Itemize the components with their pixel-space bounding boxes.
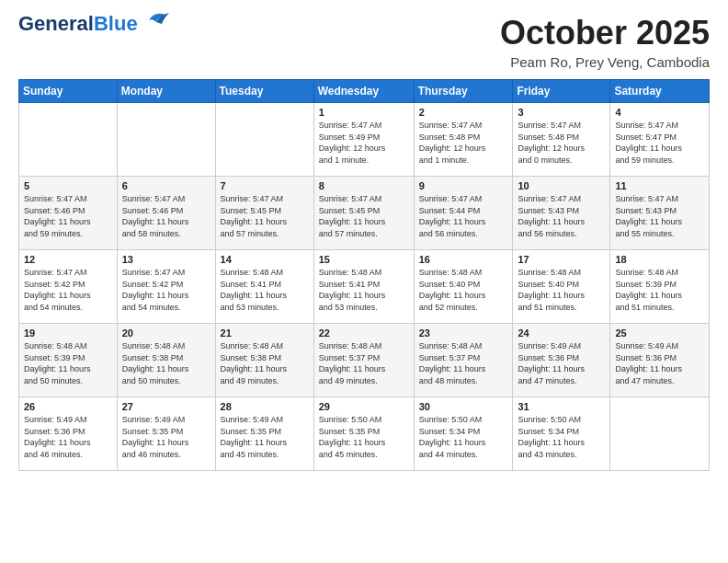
day-number: 23 [419, 327, 508, 339]
day-number: 27 [122, 401, 210, 412]
calendar-week-row: 19Sunrise: 5:48 AM Sunset: 5:39 PM Dayli… [19, 324, 710, 397]
day-number: 14 [221, 254, 309, 265]
day-info: Sunrise: 5:48 AM Sunset: 5:39 PM Dayligh… [24, 340, 112, 386]
day-info: Sunrise: 5:48 AM Sunset: 5:38 PM Dayligh… [122, 340, 210, 386]
weekday-header: Saturday [610, 80, 710, 103]
day-info: Sunrise: 5:50 AM Sunset: 5:35 PM Dayligh… [319, 414, 409, 460]
calendar-cell: 21Sunrise: 5:48 AM Sunset: 5:38 PM Dayli… [215, 324, 313, 397]
calendar-week-row: 12Sunrise: 5:47 AM Sunset: 5:42 PM Dayli… [19, 250, 710, 324]
day-number: 19 [24, 327, 112, 339]
header: GeneralBlue October 2025 Peam Ro, Prey V… [18, 14, 710, 70]
day-number: 6 [122, 180, 210, 191]
day-info: Sunrise: 5:48 AM Sunset: 5:37 PM Dayligh… [419, 340, 508, 386]
weekday-header: Friday [513, 80, 610, 103]
calendar-header-row: SundayMondayTuesdayWednesdayThursdayFrid… [19, 80, 710, 103]
calendar-cell: 8Sunrise: 5:47 AM Sunset: 5:45 PM Daylig… [313, 177, 414, 250]
weekday-header: Monday [117, 80, 215, 103]
day-number: 31 [518, 401, 605, 412]
day-number: 26 [24, 401, 112, 412]
page: GeneralBlue October 2025 Peam Ro, Prey V… [0, 0, 728, 563]
day-number: 28 [221, 401, 309, 412]
calendar-table: SundayMondayTuesdayWednesdayThursdayFrid… [18, 79, 710, 471]
calendar-cell: 10Sunrise: 5:47 AM Sunset: 5:43 PM Dayli… [513, 177, 610, 250]
calendar-cell: 22Sunrise: 5:48 AM Sunset: 5:37 PM Dayli… [313, 324, 414, 397]
weekday-header: Thursday [414, 80, 513, 103]
day-number: 29 [319, 401, 409, 412]
day-info: Sunrise: 5:49 AM Sunset: 5:36 PM Dayligh… [615, 340, 704, 386]
day-info: Sunrise: 5:47 AM Sunset: 5:44 PM Dayligh… [419, 193, 508, 239]
weekday-header: Tuesday [215, 80, 313, 103]
calendar-cell: 31Sunrise: 5:50 AM Sunset: 5:34 PM Dayli… [513, 397, 610, 471]
calendar-cell: 18Sunrise: 5:48 AM Sunset: 5:39 PM Dayli… [610, 250, 710, 324]
day-number: 8 [319, 180, 409, 191]
day-info: Sunrise: 5:48 AM Sunset: 5:40 PM Dayligh… [419, 267, 508, 313]
calendar-cell: 7Sunrise: 5:47 AM Sunset: 5:45 PM Daylig… [215, 177, 313, 250]
calendar-cell: 14Sunrise: 5:48 AM Sunset: 5:41 PM Dayli… [215, 250, 313, 324]
calendar-cell: 19Sunrise: 5:48 AM Sunset: 5:39 PM Dayli… [19, 324, 118, 397]
calendar-cell: 16Sunrise: 5:48 AM Sunset: 5:40 PM Dayli… [414, 250, 513, 324]
day-info: Sunrise: 5:49 AM Sunset: 5:35 PM Dayligh… [221, 414, 309, 460]
calendar-cell: 25Sunrise: 5:49 AM Sunset: 5:36 PM Dayli… [610, 324, 710, 397]
day-info: Sunrise: 5:47 AM Sunset: 5:42 PM Dayligh… [122, 267, 210, 313]
day-number: 3 [518, 107, 605, 118]
logo-bird-icon [140, 9, 169, 29]
logo: GeneralBlue [18, 14, 169, 34]
day-number: 2 [419, 107, 508, 118]
calendar-cell: 3Sunrise: 5:47 AM Sunset: 5:48 PM Daylig… [513, 103, 610, 177]
logo-text: GeneralBlue [18, 14, 138, 34]
calendar-cell: 26Sunrise: 5:49 AM Sunset: 5:36 PM Dayli… [19, 397, 118, 471]
calendar-cell: 2Sunrise: 5:47 AM Sunset: 5:48 PM Daylig… [414, 103, 513, 177]
calendar-cell: 17Sunrise: 5:48 AM Sunset: 5:40 PM Dayli… [513, 250, 610, 324]
day-info: Sunrise: 5:47 AM Sunset: 5:47 PM Dayligh… [615, 120, 704, 166]
calendar-cell: 28Sunrise: 5:49 AM Sunset: 5:35 PM Dayli… [215, 397, 313, 471]
calendar-cell: 5Sunrise: 5:47 AM Sunset: 5:46 PM Daylig… [19, 177, 118, 250]
calendar-cell: 24Sunrise: 5:49 AM Sunset: 5:36 PM Dayli… [513, 324, 610, 397]
day-number: 7 [221, 180, 309, 191]
calendar-week-row: 5Sunrise: 5:47 AM Sunset: 5:46 PM Daylig… [19, 177, 710, 250]
day-info: Sunrise: 5:47 AM Sunset: 5:46 PM Dayligh… [122, 193, 210, 239]
calendar-cell: 12Sunrise: 5:47 AM Sunset: 5:42 PM Dayli… [19, 250, 118, 324]
calendar-cell: 29Sunrise: 5:50 AM Sunset: 5:35 PM Dayli… [313, 397, 414, 471]
day-number: 4 [615, 107, 704, 118]
location-subtitle: Peam Ro, Prey Veng, Cambodia [500, 54, 710, 70]
day-number: 12 [24, 254, 112, 265]
day-number: 15 [319, 254, 409, 265]
calendar-week-row: 1Sunrise: 5:47 AM Sunset: 5:49 PM Daylig… [19, 103, 710, 177]
day-number: 13 [122, 254, 210, 265]
calendar-cell: 20Sunrise: 5:48 AM Sunset: 5:38 PM Dayli… [117, 324, 215, 397]
title-block: October 2025 Peam Ro, Prey Veng, Cambodi… [500, 14, 710, 70]
calendar-week-row: 26Sunrise: 5:49 AM Sunset: 5:36 PM Dayli… [19, 397, 710, 471]
day-info: Sunrise: 5:48 AM Sunset: 5:41 PM Dayligh… [221, 267, 309, 313]
day-number: 22 [319, 327, 409, 339]
day-info: Sunrise: 5:47 AM Sunset: 5:45 PM Dayligh… [319, 193, 409, 239]
day-info: Sunrise: 5:47 AM Sunset: 5:48 PM Dayligh… [518, 120, 605, 166]
calendar-cell [215, 103, 313, 177]
day-info: Sunrise: 5:49 AM Sunset: 5:36 PM Dayligh… [518, 340, 605, 386]
calendar-cell: 23Sunrise: 5:48 AM Sunset: 5:37 PM Dayli… [414, 324, 513, 397]
calendar-cell [610, 397, 710, 471]
day-info: Sunrise: 5:48 AM Sunset: 5:37 PM Dayligh… [319, 340, 409, 386]
day-number: 1 [319, 107, 409, 118]
day-info: Sunrise: 5:47 AM Sunset: 5:48 PM Dayligh… [419, 120, 508, 166]
day-number: 10 [518, 180, 605, 191]
calendar-cell: 15Sunrise: 5:48 AM Sunset: 5:41 PM Dayli… [313, 250, 414, 324]
day-info: Sunrise: 5:50 AM Sunset: 5:34 PM Dayligh… [518, 414, 605, 460]
logo-general: General [18, 12, 94, 35]
calendar-cell: 9Sunrise: 5:47 AM Sunset: 5:44 PM Daylig… [414, 177, 513, 250]
weekday-header: Sunday [19, 80, 118, 103]
day-info: Sunrise: 5:48 AM Sunset: 5:40 PM Dayligh… [518, 267, 605, 313]
day-info: Sunrise: 5:49 AM Sunset: 5:35 PM Dayligh… [122, 414, 210, 460]
day-number: 17 [518, 254, 605, 265]
day-number: 20 [122, 327, 210, 339]
day-number: 21 [221, 327, 309, 339]
day-info: Sunrise: 5:47 AM Sunset: 5:43 PM Dayligh… [518, 193, 605, 239]
day-info: Sunrise: 5:47 AM Sunset: 5:46 PM Dayligh… [24, 193, 112, 239]
day-info: Sunrise: 5:47 AM Sunset: 5:43 PM Dayligh… [615, 193, 704, 239]
month-title: October 2025 [500, 14, 710, 52]
day-number: 16 [419, 254, 508, 265]
calendar-cell [117, 103, 215, 177]
calendar-cell: 1Sunrise: 5:47 AM Sunset: 5:49 PM Daylig… [313, 103, 414, 177]
day-number: 18 [615, 254, 704, 265]
day-info: Sunrise: 5:47 AM Sunset: 5:42 PM Dayligh… [24, 267, 112, 313]
day-info: Sunrise: 5:47 AM Sunset: 5:49 PM Dayligh… [319, 120, 409, 166]
